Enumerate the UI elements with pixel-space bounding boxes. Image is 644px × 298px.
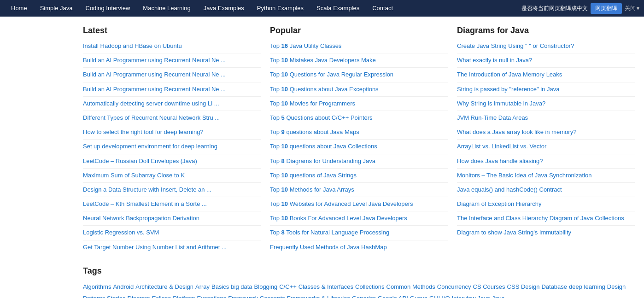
list-item: Top 8 Tools for Natural Language Process…	[270, 228, 448, 240]
tag-link[interactable]: Generics	[352, 295, 376, 298]
popular-link[interactable]: Top 10 questions of Java Strings	[270, 172, 357, 179]
latest-link[interactable]: Build an AI Programmer using Recurrent N…	[83, 71, 226, 78]
latest-link[interactable]: Logistic Regression vs. SVM	[83, 229, 159, 236]
popular-link[interactable]: Top 16 Java Utility Classes	[270, 42, 341, 49]
tag-link[interactable]: C/C++	[279, 283, 297, 290]
tag-link[interactable]: Collections	[355, 283, 385, 290]
latest-link[interactable]: Neural Network Backpropagation Derivatio…	[83, 215, 199, 222]
latest-link[interactable]: Get Target Number Using Number List and …	[83, 244, 227, 251]
popular-link[interactable]: Top 8 Tools for Natural Language Process…	[270, 229, 389, 236]
diagrams-link[interactable]: What exactly is null in Java?	[457, 57, 532, 64]
popular-heading: Popular	[270, 26, 448, 35]
diagrams-link[interactable]: The Interface and Class Hierarchy Diagra…	[457, 215, 624, 222]
nav-simple-java[interactable]: Simple Java	[34, 0, 79, 17]
list-item: Top 10 Mistakes Java Developers Make	[270, 56, 448, 68]
popular-link[interactable]: Top 10 Books For Advanced Level Java Dev…	[270, 215, 407, 222]
latest-link[interactable]: Maximum Sum of Subarray Close to K	[83, 172, 185, 179]
list-item: LeetCode – Russian Doll Envelopes (Java)	[83, 157, 261, 169]
nav-scala-examples[interactable]: Scala Examples	[310, 0, 366, 17]
tag-link[interactable]: Classes & Interfaces	[299, 283, 353, 290]
tag-link[interactable]: Exceptions	[197, 295, 227, 298]
tag-link[interactable]: CS Courses	[473, 283, 505, 290]
list-item: Diagram to show Java String's Immutabili…	[457, 228, 635, 240]
tag-link[interactable]: big data	[231, 283, 252, 290]
tag-link[interactable]: Google API	[378, 295, 408, 298]
nav-contact[interactable]: Contact	[366, 0, 399, 17]
tag-link[interactable]: Blogging	[254, 283, 278, 290]
popular-link[interactable]: Top 10 Questions for Java Regular Expres…	[270, 71, 393, 78]
tag-link[interactable]: GUI	[429, 295, 440, 298]
latest-link[interactable]: Set up development environment for deep …	[83, 143, 217, 150]
diagrams-link[interactable]: Why String is immutable in Java?	[457, 100, 545, 107]
tag-link[interactable]: Architecture & Design	[135, 283, 193, 290]
tag-link[interactable]: CSS Design	[507, 283, 540, 290]
latest-link[interactable]: Different Types of Recurrent Neural Netw…	[83, 114, 220, 121]
latest-list: Install Hadoop and HBase on UbuntuBuild …	[83, 42, 261, 254]
latest-link[interactable]: How to select the right tool for deep le…	[83, 129, 204, 135]
tags-container: AlgorithmsAndroidArchitecture & DesignAr…	[83, 281, 635, 298]
tag-link[interactable]: deep learning	[569, 283, 605, 290]
tag-link[interactable]: Guava	[410, 295, 427, 298]
list-item: JVM Run-Time Data Areas	[457, 114, 635, 125]
diagrams-link[interactable]: String is passed by "reference" in Java	[457, 86, 559, 93]
diagrams-link[interactable]: Create Java String Using " " or Construc…	[457, 42, 574, 49]
tag-link[interactable]: Eclipse Platform	[152, 295, 195, 298]
diagrams-heading: Diagrams for Java	[457, 26, 635, 35]
nav-java-examples[interactable]: Java Examples	[197, 0, 251, 17]
latest-link[interactable]: LeetCode – Kth Smallest Element in a Sor…	[83, 200, 207, 207]
list-item: Logistic Regression vs. SVM	[83, 228, 261, 240]
latest-link[interactable]: LeetCode – Russian Doll Envelopes (Java)	[83, 158, 197, 164]
tag-link[interactable]: Algorithms	[83, 283, 111, 290]
list-item: Build an AI Programmer using Recurrent N…	[83, 56, 261, 68]
popular-link[interactable]: Frequently Used Methods of Java HashMap	[270, 244, 387, 251]
nav-machine-learning[interactable]: Machine Learning	[136, 0, 197, 17]
popular-link[interactable]: Top 10 questions about Java Collections	[270, 143, 377, 150]
list-item: Maximum Sum of Subarray Close to K	[83, 171, 261, 183]
nav-home[interactable]: Home	[5, 0, 34, 17]
tag-link[interactable]: Java	[478, 295, 490, 298]
popular-link[interactable]: Top 10 Mistakes Java Developers Make	[270, 57, 376, 64]
popular-link[interactable]: Top 10 Methods for Java Arrays	[270, 186, 354, 193]
diagrams-link[interactable]: ArrayList vs. LinkedList vs. Vector	[457, 143, 546, 150]
popular-link[interactable]: Top 8 Diagrams for Understanding Java	[270, 158, 375, 164]
list-item: Monitors – The Basic Idea of Java Synchr…	[457, 171, 635, 183]
latest-link[interactable]: Automatically detecting server downtime …	[83, 100, 219, 107]
list-item: How to select the right tool for deep le…	[83, 128, 261, 140]
tag-link[interactable]: Interview	[452, 295, 476, 298]
latest-link[interactable]: Build an AI Programmer using Recurrent N…	[83, 86, 226, 93]
diagrams-link[interactable]: Diagram to show Java String's Immutabili…	[457, 229, 571, 236]
tag-link[interactable]: Database	[541, 283, 567, 290]
latest-link[interactable]: Build an AI Programmer using Recurrent N…	[83, 57, 226, 64]
diagrams-link[interactable]: What does a Java array look like in memo…	[457, 129, 576, 135]
latest-link[interactable]: Design a Data Structure with Insert, Del…	[83, 186, 211, 193]
latest-link[interactable]: Install Hadoop and HBase on Ubuntu	[83, 42, 182, 49]
nav-coding-interview[interactable]: Coding Interview	[79, 0, 137, 17]
tag-link[interactable]: Diagram	[128, 295, 150, 298]
popular-link[interactable]: Top 10 Movies for Programmers	[270, 100, 355, 107]
main-nav: Home Simple Java Coding Interview Machin…	[0, 0, 644, 17]
tag-link[interactable]: Concurrency	[437, 283, 471, 290]
list-item: Top 10 Movies for Programmers	[270, 99, 448, 111]
tag-link[interactable]: Android	[113, 283, 134, 290]
popular-link[interactable]: Top 10 Questions about Java Exceptions	[270, 86, 379, 93]
diagrams-link[interactable]: JVM Run-Time Data Areas	[457, 114, 528, 121]
tag-link[interactable]: I/O	[442, 295, 450, 298]
popular-link[interactable]: Top 5 Questions about C/C++ Pointers	[270, 114, 373, 121]
tag-link[interactable]: Array	[195, 283, 210, 290]
diagrams-link[interactable]: How does Java handle aliasing?	[457, 158, 543, 164]
tag-link[interactable]: Common Methods	[386, 283, 435, 290]
list-item: String is passed by "reference" in Java	[457, 85, 635, 97]
tags-section: Tags AlgorithmsAndroidArchitecture & Des…	[0, 262, 644, 298]
nav-python-examples[interactable]: Python Examples	[251, 0, 310, 17]
translate-close-button[interactable]: 关闭 ▾	[625, 5, 639, 12]
tag-link[interactable]: Framework Concepts	[228, 295, 285, 298]
tag-link[interactable]: Basics	[211, 283, 229, 290]
tag-link[interactable]: Frameworks & Libraries	[287, 295, 350, 298]
diagrams-link[interactable]: Monitors – The Basic Idea of Java Synchr…	[457, 172, 591, 179]
diagrams-link[interactable]: Java equals() and hashCode() Contract	[457, 186, 562, 193]
diagrams-link[interactable]: Diagram of Exception Hierarchy	[457, 200, 542, 207]
diagrams-link[interactable]: The Introduction of Java Memory Leaks	[457, 71, 562, 78]
popular-link[interactable]: Top 10 Websites for Advanced Level Java …	[270, 200, 413, 207]
translate-button[interactable]: 网页翻译	[591, 3, 622, 14]
popular-link[interactable]: Top 9 questions about Java Maps	[270, 129, 359, 135]
